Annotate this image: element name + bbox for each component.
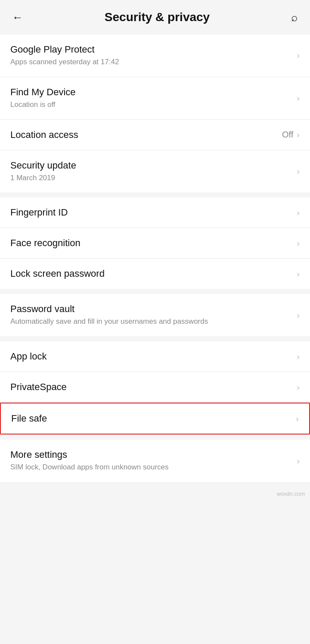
menu-item-right: › bbox=[297, 269, 300, 279]
menu-item-right: › bbox=[297, 352, 300, 362]
menu-item-content: Location access bbox=[10, 129, 282, 141]
menu-item-title: Location access bbox=[10, 129, 282, 141]
menu-item-content: More settings SIM lock, Download apps fr… bbox=[10, 449, 297, 472]
menu-item-face-recognition[interactable]: Face recognition › bbox=[0, 228, 310, 259]
file-safe-highlighted-container: File safe › bbox=[0, 403, 310, 435]
chevron-right-icon: › bbox=[297, 352, 300, 362]
menu-item-private-space[interactable]: PrivateSpace › bbox=[0, 372, 310, 403]
chevron-right-icon: › bbox=[297, 166, 300, 176]
menu-item-right: › bbox=[297, 50, 300, 60]
location-value: Off bbox=[282, 130, 293, 140]
chevron-right-icon: › bbox=[297, 93, 300, 103]
page-title: Security & privacy bbox=[32, 10, 282, 24]
menu-item-title: PrivateSpace bbox=[10, 381, 297, 393]
menu-item-right: › bbox=[297, 310, 300, 320]
menu-item-subtitle: Apps scanned yesterday at 17:42 bbox=[10, 57, 297, 67]
menu-item-title: Google Play Protect bbox=[10, 44, 297, 55]
watermark: wsxdn.com bbox=[0, 487, 310, 500]
menu-item-subtitle: Location is off bbox=[10, 100, 297, 110]
menu-item-fingerprint-id[interactable]: Fingerprint ID › bbox=[0, 197, 310, 228]
chevron-right-icon: › bbox=[297, 50, 300, 60]
menu-item-content: Lock screen password bbox=[10, 268, 297, 279]
back-button[interactable]: ← bbox=[10, 9, 25, 26]
menu-item-app-lock[interactable]: App lock › bbox=[0, 341, 310, 372]
section-device-security: Google Play Protect Apps scanned yesterd… bbox=[0, 34, 310, 192]
search-button[interactable]: ⌕ bbox=[289, 9, 300, 26]
chevron-right-icon: › bbox=[297, 130, 300, 140]
menu-item-location-access[interactable]: Location access Off › bbox=[0, 120, 310, 150]
menu-item-security-update[interactable]: Security update 1 March 2019 › bbox=[0, 150, 310, 193]
menu-item-right: › bbox=[297, 456, 300, 466]
menu-item-content: Google Play Protect Apps scanned yesterd… bbox=[10, 44, 297, 67]
menu-item-right: › bbox=[297, 238, 300, 248]
menu-item-right: › bbox=[297, 208, 300, 218]
menu-item-file-safe[interactable]: File safe › bbox=[1, 403, 309, 434]
menu-item-content: Password vault Automatically save and fi… bbox=[10, 303, 297, 327]
menu-item-title: Lock screen password bbox=[10, 268, 297, 279]
chevron-right-icon: › bbox=[297, 382, 300, 392]
section-privacy: App lock › PrivateSpace › File safe › bbox=[0, 341, 310, 435]
chevron-right-icon: › bbox=[297, 208, 300, 218]
menu-item-subtitle: 1 March 2019 bbox=[10, 173, 297, 183]
menu-item-title: App lock bbox=[10, 351, 297, 362]
section-biometrics: Fingerprint ID › Face recognition › Lock… bbox=[0, 197, 310, 289]
chevron-right-icon: › bbox=[296, 414, 299, 424]
menu-item-right: › bbox=[297, 93, 300, 103]
header: ← Security & privacy ⌕ bbox=[0, 0, 310, 34]
menu-item-content: Face recognition bbox=[10, 238, 297, 249]
menu-item-right: › bbox=[297, 382, 300, 392]
menu-item-content: Security update 1 March 2019 bbox=[10, 160, 297, 183]
chevron-right-icon: › bbox=[297, 310, 300, 320]
menu-item-right: Off › bbox=[282, 130, 300, 140]
menu-item-title: More settings bbox=[10, 449, 297, 460]
menu-item-title: Find My Device bbox=[10, 87, 297, 98]
chevron-right-icon: › bbox=[297, 269, 300, 279]
menu-item-content: Find My Device Location is off bbox=[10, 87, 297, 110]
menu-item-content: Fingerprint ID bbox=[10, 207, 297, 218]
menu-item-content: File safe bbox=[11, 413, 296, 424]
menu-item-content: PrivateSpace bbox=[10, 381, 297, 393]
menu-item-title: Fingerprint ID bbox=[10, 207, 297, 218]
menu-item-content: App lock bbox=[10, 351, 297, 362]
chevron-right-icon: › bbox=[297, 238, 300, 248]
menu-item-title: Face recognition bbox=[10, 238, 297, 249]
menu-item-subtitle: Automatically save and fill in your user… bbox=[10, 316, 297, 327]
menu-item-password-vault[interactable]: Password vault Automatically save and fi… bbox=[0, 294, 310, 336]
menu-item-lock-screen-password[interactable]: Lock screen password › bbox=[0, 259, 310, 289]
menu-item-more-settings[interactable]: More settings SIM lock, Download apps fr… bbox=[0, 440, 310, 482]
menu-item-find-my-device[interactable]: Find My Device Location is off › bbox=[0, 77, 310, 120]
section-password-vault: Password vault Automatically save and fi… bbox=[0, 294, 310, 336]
chevron-right-icon: › bbox=[297, 456, 300, 466]
menu-item-title: File safe bbox=[11, 413, 296, 424]
menu-item-title: Password vault bbox=[10, 303, 297, 315]
section-more-settings: More settings SIM lock, Download apps fr… bbox=[0, 440, 310, 482]
menu-item-right: › bbox=[296, 414, 299, 424]
menu-item-subtitle: SIM lock, Download apps from unknown sou… bbox=[10, 462, 297, 472]
menu-item-google-play-protect[interactable]: Google Play Protect Apps scanned yesterd… bbox=[0, 34, 310, 77]
menu-item-right: › bbox=[297, 166, 300, 176]
menu-item-title: Security update bbox=[10, 160, 297, 171]
